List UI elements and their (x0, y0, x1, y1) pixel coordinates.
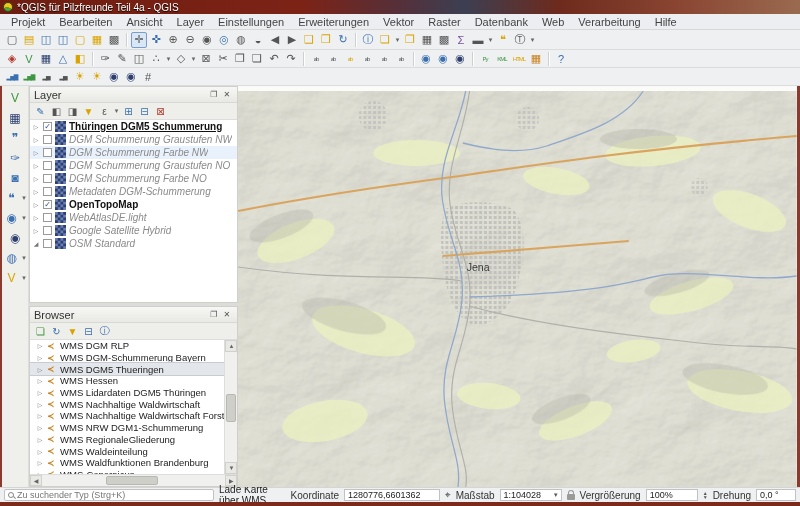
select-features-dropdown-icon[interactable]: ▾ (394, 36, 401, 44)
html-export-icon[interactable]: HTML (511, 51, 527, 67)
zoom-to-layer-icon[interactable]: ◒ (250, 32, 266, 48)
expand-icon[interactable]: ▷ (36, 401, 44, 408)
local-histogram-stretch-icon[interactable]: ▂▅▇ (21, 69, 37, 85)
browser-item[interactable]: ▷≺WMS-Copernicus (30, 469, 224, 474)
expand-icon[interactable]: ▷ (32, 201, 40, 208)
pin-labels-icon[interactable]: ab (325, 51, 341, 67)
style-manager-icon[interactable]: ◧ (72, 51, 88, 67)
browser-item[interactable]: ▷≺WMS NRW DGM1-Schummerung (30, 422, 224, 434)
expand-icon[interactable]: ▷ (36, 377, 44, 384)
magnifier-stepper[interactable]: ▲▼ (703, 491, 708, 499)
add-mssql-layer-icon[interactable]: ❝ (3, 189, 21, 207)
layer-row[interactable]: ▷Google Satellite Hybrid (30, 224, 237, 237)
lock-raster-scales-icon[interactable]: ◉ (106, 69, 122, 85)
measure-dropdown-icon[interactable]: ▾ (487, 36, 494, 44)
coordinate-value[interactable]: 1280776,6601362 (344, 489, 440, 501)
browser-properties-icon[interactable]: ⓘ (97, 324, 112, 339)
add-raster-layer-icon[interactable]: ▦ (38, 51, 54, 67)
zoom-out-icon[interactable]: ⊖ (182, 32, 198, 48)
zoom-last-icon[interactable]: ◀ (267, 32, 283, 48)
save-as-copy-icon[interactable]: ▢ (72, 32, 88, 48)
open-layer-styling-icon[interactable]: ✎ (33, 104, 48, 119)
add-wfs-layer-dropdown-icon[interactable]: ▾ (21, 254, 28, 262)
collapse-icon[interactable]: ◢ (32, 240, 40, 247)
open-project-icon[interactable]: ▤ (21, 32, 37, 48)
measure-icon[interactable]: ▬ (470, 32, 486, 48)
pan-to-selection-icon[interactable]: ✜ (148, 32, 164, 48)
refresh-browser-icon[interactable]: ↻ (49, 324, 64, 339)
layer-row[interactable]: ▷✓Thüringen DGM5 Schummerung (30, 120, 237, 133)
expand-icon[interactable]: ▷ (36, 342, 44, 349)
statistics-icon[interactable]: Σ (453, 32, 469, 48)
add-virtual-layer-icon[interactable]: V (3, 269, 21, 287)
layer-checkbox[interactable]: ✓ (43, 122, 52, 131)
add-selected-layers-icon[interactable]: ❏ (33, 324, 48, 339)
expand-icon[interactable]: ▷ (36, 448, 44, 455)
browser-item[interactable]: ▷≺WMS DGM5 Thueringen (30, 363, 224, 375)
move-label-icon[interactable]: ab (359, 51, 375, 67)
add-spatialite-layer-icon[interactable]: ✑ (6, 149, 24, 167)
remove-layer-icon[interactable]: ⊠ (153, 104, 168, 119)
layer-checkbox[interactable] (43, 213, 52, 222)
layer-row[interactable]: ▷DGM Schummerung Graustufen NW (30, 133, 237, 146)
menu-ansicht[interactable]: Ansicht (119, 15, 169, 29)
browser-item[interactable]: ▷≺WMS Nachhaltige Waldwirtschaft (30, 398, 224, 410)
browser-item[interactable]: ▷≺WMS Lidardaten DGM5 Thüringen (30, 387, 224, 399)
collapse-all-browser-icon[interactable]: ⊟ (81, 324, 96, 339)
python-console-icon[interactable]: Py (477, 51, 493, 67)
add-vector-layer-icon[interactable]: V (21, 51, 37, 67)
pan-map-icon[interactable]: ✛ (131, 32, 147, 48)
metasearch-icon[interactable]: ◉ (418, 51, 434, 67)
add-delimited-text-layer-icon[interactable]: ❞ (6, 129, 24, 147)
expand-icon[interactable]: ▷ (36, 436, 44, 443)
add-wms-layer-dropdown-icon[interactable]: ▾ (21, 214, 28, 222)
rotation-value[interactable]: 0,0 ° (756, 489, 796, 501)
show-bookmarks-icon[interactable]: ❒ (318, 32, 334, 48)
layer-checkbox[interactable] (43, 174, 52, 183)
layer-row[interactable]: ▷WebAtlasDE.light (30, 211, 237, 224)
add-wms-layer-icon[interactable]: ◉ (3, 209, 21, 227)
rotate-label-icon[interactable]: ab (376, 51, 392, 67)
zoom-native-icon[interactable]: ◉ (199, 32, 215, 48)
browser-item[interactable]: ▷≺WMS Nachhaltige Waldwirtschaft Forst (30, 410, 224, 422)
select-features-icon[interactable]: ❏ (377, 32, 393, 48)
add-wfs-layer-icon[interactable]: ◍ (3, 249, 21, 267)
menu-erweiterungen[interactable]: Erweiterungen (291, 15, 376, 29)
expand-icon[interactable]: ▷ (36, 424, 44, 431)
menu-bearbeiten[interactable]: Bearbeiten (52, 15, 119, 29)
float-panel-icon[interactable]: ❐ (207, 89, 220, 101)
cut-features-icon[interactable]: ✂ (215, 51, 231, 67)
help-contents-icon[interactable]: ? (553, 51, 569, 67)
redo-icon[interactable]: ↷ (283, 51, 299, 67)
close-panel-icon[interactable]: ✕ (220, 309, 233, 321)
filter-browser-icon[interactable]: ▼ (65, 324, 80, 339)
menu-web[interactable]: Web (535, 15, 571, 29)
menu-einstellungen[interactable]: Einstellungen (211, 15, 291, 29)
current-edits-icon[interactable]: ✑ (97, 51, 113, 67)
lock-scale-icon[interactable] (567, 494, 575, 500)
expand-icon[interactable]: ▷ (32, 123, 40, 130)
filter-by-expression-dropdown-icon[interactable]: ▾ (113, 107, 120, 115)
globe-plugin-icon[interactable]: ◉ (452, 51, 468, 67)
field-calculator-icon[interactable]: ▩ (436, 32, 452, 48)
add-vector-layer-icon[interactable]: V (6, 89, 24, 107)
browser-horizontal-scrollbar[interactable]: ◀ ▶ (30, 474, 237, 486)
browser-item[interactable]: ▷≺WMS DGM-Schummerung Bayern (30, 352, 224, 364)
search-input[interactable] (17, 490, 210, 500)
map-grid-icon[interactable]: # (140, 69, 156, 85)
vertex-tool-dropdown-icon[interactable]: ▾ (190, 55, 197, 63)
full-cumulative-stretch-icon[interactable]: ▂▅ (38, 69, 54, 85)
layer-checkbox[interactable] (43, 187, 52, 196)
layout-manager-icon[interactable]: ▩ (106, 32, 122, 48)
delete-selected-icon[interactable]: ⊠ (198, 51, 214, 67)
scroll-down-icon[interactable]: ▼ (225, 462, 237, 474)
scrollbar-thumb[interactable] (226, 394, 236, 423)
expand-icon[interactable]: ▷ (36, 366, 44, 373)
zoom-in-icon[interactable]: ⊕ (165, 32, 181, 48)
layer-row[interactable]: ▷✓OpenTopoMap (30, 198, 237, 211)
zoom-raster-native-icon[interactable]: ◉ (123, 69, 139, 85)
float-panel-icon[interactable]: ❐ (207, 309, 220, 321)
open-attribute-table-icon[interactable]: ▦ (419, 32, 435, 48)
filter-by-expression-icon[interactable]: ε (97, 104, 112, 119)
close-panel-icon[interactable]: ✕ (220, 89, 233, 101)
